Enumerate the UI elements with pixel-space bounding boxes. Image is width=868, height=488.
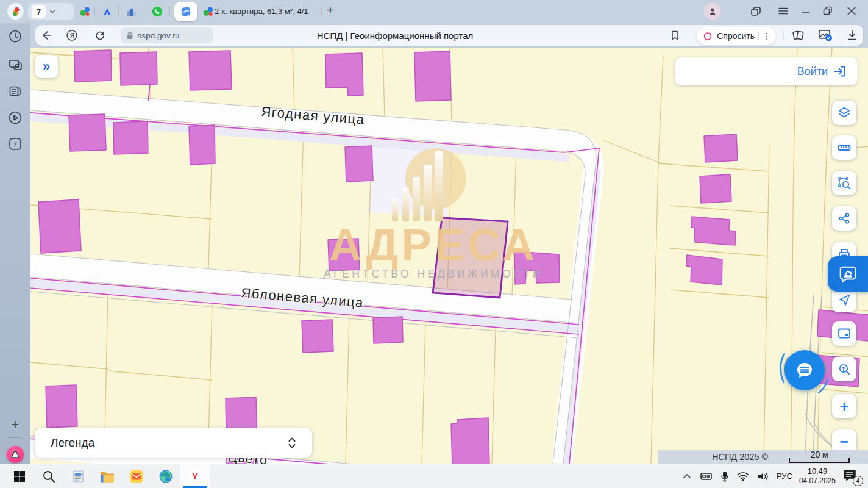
cast-device-icon[interactable] (699, 471, 713, 482)
pinned-tab-dots[interactable] (77, 4, 93, 20)
building (46, 385, 77, 428)
tab-counter[interactable]: 7 (28, 3, 74, 20)
pinned-tab-buildings[interactable] (124, 4, 140, 20)
pinned-tab-a[interactable] (99, 4, 115, 20)
select-area-button[interactable] (832, 171, 856, 195)
user-profile-avatar[interactable] (704, 3, 720, 20)
taskbar-yandex-browser-button[interactable]: Y (180, 464, 210, 488)
browser-profile-avatar[interactable] (7, 3, 24, 20)
taskbar-search-button[interactable] (34, 464, 63, 488)
menu-button[interactable] (778, 5, 789, 19)
mini-map-button[interactable] (832, 321, 856, 346)
ask-button[interactable]: Спросить ⋮ (696, 27, 777, 45)
measure-button[interactable] (832, 135, 856, 160)
taskbar-mail-button[interactable] (122, 464, 151, 488)
chat-button[interactable] (784, 350, 825, 390)
collections-button[interactable] (791, 25, 805, 46)
taskbar-explorer-button[interactable] (93, 464, 122, 488)
articles-button[interactable] (9, 84, 23, 98)
address-row: Я nspd.gov.ru НСПД | Геоинформационный п… (30, 23, 868, 48)
speaker-icon[interactable] (756, 471, 770, 482)
taskbar-news-app[interactable] (63, 464, 93, 488)
notification-center-button[interactable]: 4 (842, 468, 861, 484)
svg-text:Y: Y (192, 472, 198, 481)
screenshot-button[interactable] (8, 58, 23, 72)
pinned-tab-active-doc[interactable] (174, 2, 197, 21)
colored-dots-icon (202, 6, 213, 17)
search-objects-button[interactable] (832, 357, 856, 381)
tab-favicon (200, 4, 216, 20)
pinned-tab-whatsapp[interactable] (149, 4, 165, 20)
alice-assistant-button[interactable] (7, 446, 24, 463)
zoom-out-glyph: − (839, 434, 848, 450)
mail-icon (129, 469, 144, 484)
zoom-in-button[interactable]: + (832, 394, 856, 418)
minimize-button[interactable] (801, 5, 811, 19)
refresh-button[interactable] (94, 25, 106, 46)
news-app-icon (71, 469, 85, 484)
ask-more-button[interactable]: ⋮ (763, 31, 771, 41)
windows-logo-icon (13, 470, 26, 483)
svg-text:Я: Я (69, 32, 74, 39)
shared-tabs-button[interactable] (750, 5, 762, 20)
assistant-panel-button[interactable] (828, 256, 868, 292)
expand-panel-button[interactable]: » (35, 55, 58, 78)
lock-icon (126, 32, 133, 40)
address-bar[interactable]: Я nspd.gov.ru НСПД | Геоинформационный п… (35, 25, 863, 46)
notification-badge: 4 (853, 476, 863, 486)
start-button[interactable] (5, 464, 34, 488)
blue-doc-icon (180, 5, 192, 18)
bookmark-button[interactable] (669, 25, 680, 46)
sidebar-add-button[interactable]: + (12, 417, 20, 432)
building (704, 134, 738, 162)
map-canvas[interactable]: Ягодная улица Яблоневая улица Цвето АДРЕ… (30, 48, 868, 464)
layers-button[interactable] (832, 101, 856, 125)
back-button[interactable] (40, 25, 52, 46)
building (373, 317, 403, 343)
locate-button[interactable] (832, 288, 856, 312)
collapse-expand-icon[interactable] (288, 437, 296, 449)
history-button[interactable] (9, 29, 23, 43)
time-label: 10:49 (808, 467, 828, 476)
clock[interactable]: 10:49 04.07.2025 (799, 467, 836, 486)
language-indicator[interactable]: РУС (777, 472, 792, 481)
restore-button[interactable] (822, 5, 833, 19)
building (451, 418, 489, 464)
sidebar-divider (9, 437, 22, 438)
tabs-panel-button[interactable]: 7 (8, 137, 23, 151)
attribution-text: НСПД 2025 © (712, 452, 768, 462)
watermark-subtitle: АГЕНТСТВО НЕДВИЖИМОСТИ (324, 268, 543, 280)
building (69, 114, 106, 151)
parrot-icon (10, 5, 22, 18)
image-translate-button[interactable] (818, 25, 833, 46)
system-tray: РУС 10:49 04.07.2025 4 (682, 467, 868, 486)
tab-title[interactable]: 2-к. квартира, 61,3 м², 4/1 (215, 7, 308, 16)
whatsapp-icon (151, 5, 163, 18)
tray-expand-icon[interactable] (682, 472, 692, 481)
new-tab-button[interactable]: + (327, 4, 334, 18)
building (38, 199, 81, 253)
close-button[interactable] (846, 5, 857, 19)
microphone-icon[interactable] (720, 470, 730, 483)
video-button[interactable] (8, 110, 23, 125)
building (414, 51, 451, 101)
downloads-button[interactable] (846, 25, 858, 46)
folder-icon (99, 470, 115, 483)
wifi-icon[interactable] (736, 471, 750, 482)
page-title: НСПД | Геоинформационный портал (243, 25, 547, 46)
login-icon (833, 65, 847, 77)
yandex-services-button[interactable]: Я (66, 25, 78, 46)
share-button[interactable] (832, 206, 856, 231)
building (345, 146, 373, 182)
taskbar-edge-button[interactable] (151, 464, 180, 488)
login-bar[interactable]: Войти (675, 57, 858, 85)
legend-label: Легенда (51, 436, 94, 450)
legend-panel[interactable]: Легенда (35, 428, 312, 458)
url-pill[interactable]: nspd.gov.ru (121, 27, 213, 43)
ask-sparkle-icon (703, 31, 713, 41)
windows-taskbar: Y РУС 10:49 04.07.2025 4 (0, 464, 868, 488)
pinned-separator (118, 7, 119, 16)
tab-separator (321, 7, 322, 16)
attribution-strip: НСПД 2025 © 20 м (658, 450, 868, 464)
chat-lines-icon (794, 359, 816, 381)
